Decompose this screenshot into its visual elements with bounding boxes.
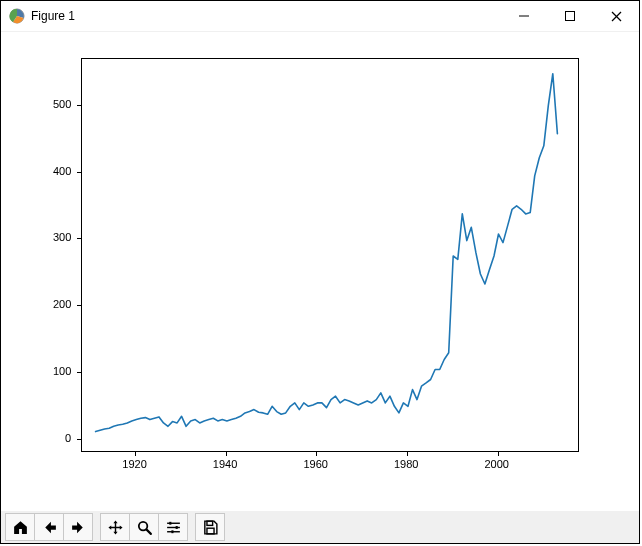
minimize-button[interactable] xyxy=(501,1,547,31)
y-tick-label: 0 xyxy=(65,432,71,444)
y-tick-label: 100 xyxy=(53,365,71,377)
plot-area xyxy=(81,58,579,452)
x-tick-label: 1980 xyxy=(394,458,418,470)
zoom-icon xyxy=(136,519,153,536)
close-button[interactable] xyxy=(593,1,639,31)
line-series xyxy=(82,59,580,453)
app-icon xyxy=(9,8,25,24)
save-button[interactable] xyxy=(195,513,225,541)
svg-line-6 xyxy=(146,529,150,533)
arrow-left-icon xyxy=(41,519,58,536)
y-tick xyxy=(77,105,81,106)
x-tick xyxy=(135,452,136,456)
svg-rect-13 xyxy=(206,521,212,525)
x-tick-label: 1960 xyxy=(303,458,327,470)
maximize-icon xyxy=(565,11,575,21)
close-icon xyxy=(611,11,622,22)
y-tick-label: 300 xyxy=(53,231,71,243)
x-tick xyxy=(316,452,317,456)
configure-button[interactable] xyxy=(158,513,188,541)
save-icon xyxy=(202,519,219,536)
nav-toolbar xyxy=(1,511,639,543)
home-button[interactable] xyxy=(5,513,35,541)
home-icon xyxy=(12,519,29,536)
forward-button[interactable] xyxy=(63,513,93,541)
y-tick-label: 400 xyxy=(53,165,71,177)
minimize-icon xyxy=(519,11,529,21)
y-tick xyxy=(77,372,81,373)
back-button[interactable] xyxy=(34,513,64,541)
titlebar: Figure 1 xyxy=(1,1,639,32)
svg-rect-2 xyxy=(566,12,575,21)
x-tick-label: 1940 xyxy=(213,458,237,470)
x-tick-label: 2000 xyxy=(485,458,509,470)
x-tick xyxy=(407,452,408,456)
y-tick xyxy=(77,238,81,239)
pan-button[interactable] xyxy=(100,513,130,541)
y-tick-label: 500 xyxy=(53,98,71,110)
y-tick xyxy=(77,439,81,440)
figure-window: Figure 1 0100200300400500192019401960198… xyxy=(0,0,640,544)
y-tick xyxy=(77,172,81,173)
chart-canvas[interactable]: 010020030040050019201940196019802000 xyxy=(1,32,639,511)
x-tick-label: 1920 xyxy=(122,458,146,470)
x-tick xyxy=(498,452,499,456)
svg-rect-10 xyxy=(169,521,171,524)
svg-rect-12 xyxy=(171,530,173,533)
window-title: Figure 1 xyxy=(31,9,75,23)
move-icon xyxy=(107,519,124,536)
sliders-icon xyxy=(165,519,182,536)
svg-rect-11 xyxy=(175,526,177,529)
arrow-right-icon xyxy=(70,519,87,536)
zoom-button[interactable] xyxy=(129,513,159,541)
svg-rect-14 xyxy=(206,528,213,534)
y-tick xyxy=(77,305,81,306)
y-tick-label: 200 xyxy=(53,298,71,310)
x-tick xyxy=(226,452,227,456)
maximize-button[interactable] xyxy=(547,1,593,31)
